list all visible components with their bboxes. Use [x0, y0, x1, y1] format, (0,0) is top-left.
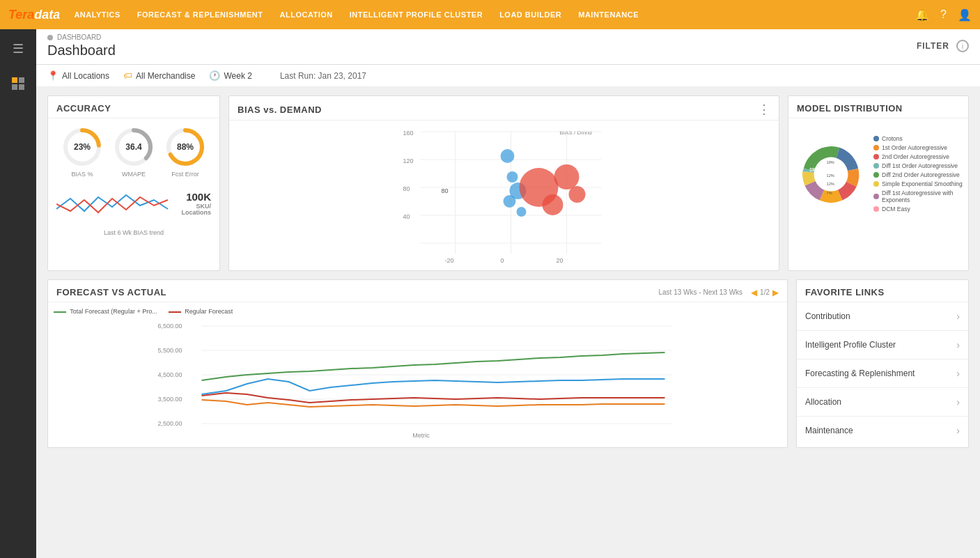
main-content: DASHBOARD Dashboard FILTER i 📍 All Locat… [36, 29, 980, 558]
clock-icon: 🕐 [209, 70, 220, 81]
favorites-list: Contribution › Intelligent Profile Clust… [797, 302, 968, 444]
legend-1st-order: 1st Order Autoregressive [873, 144, 963, 151]
sidebar-dashboard-icon[interactable] [6, 71, 31, 96]
help-icon[interactable]: ? [940, 8, 947, 22]
wmape-gauge: 36.4 WMAPE [112, 125, 155, 178]
fav-forecasting[interactable]: Forecasting & Replenishment › [797, 359, 968, 388]
forecast-legend-item-2: Regular Forecast [169, 308, 233, 315]
fcst-value: 88% [177, 142, 194, 152]
fcst-circle: 88% [164, 125, 207, 169]
legend-diff1st: Diff 1st Order Autoregressive [873, 162, 963, 169]
chevron-right-icon: › [956, 339, 960, 350]
legend-dot [873, 136, 879, 141]
legend-dcm-easy: DCM Easy [873, 206, 963, 212]
svg-text:12%: 12% [826, 182, 834, 186]
forecast-body: Total Forecast (Regular + Pro... Regular… [48, 302, 787, 447]
page-nav: ◀ 1/2 ▶ [751, 288, 779, 297]
sku-count: 100K SKU/Locations [181, 192, 211, 217]
breadcrumb-text: DASHBOARD [57, 33, 101, 41]
model-body: 18% 12% 12% 7% 39% [788, 118, 968, 231]
merchandise-label: All Merchandise [136, 71, 195, 81]
row-2: FORECAST VS ACTUAL Last 13 Wks - Next 13… [47, 279, 969, 448]
legend-2nd-order: 2nd Order Autoregressive [873, 153, 963, 160]
svg-point-32 [554, 164, 580, 189]
bias-trend-area: 100K SKU/Locations [56, 185, 211, 226]
location-label: All Locations [62, 71, 109, 81]
svg-text:18%: 18% [826, 160, 834, 164]
chevron-right-icon: › [956, 396, 960, 408]
dashboard-grid: ACCURACY 23% [36, 87, 980, 456]
legend-dot [873, 154, 879, 160]
accuracy-header: ACCURACY [48, 96, 219, 118]
svg-text:7%: 7% [826, 191, 832, 195]
svg-text:Metric: Metric [412, 432, 430, 439]
nav-icons: 🔔 ? 👤 [915, 8, 972, 22]
page-title: Dashboard [47, 42, 116, 59]
svg-text:3,500.00: 3,500.00 [158, 396, 182, 403]
trend-label: Last 6 Wk BIAS trend [56, 229, 211, 236]
bias-label: BIAS % [71, 171, 93, 178]
fav-label: Contribution [805, 311, 850, 321]
svg-text:80: 80 [403, 185, 410, 192]
user-icon[interactable]: 👤 [958, 8, 972, 22]
next-page-icon[interactable]: ▶ [772, 288, 779, 297]
svg-rect-3 [19, 84, 24, 90]
filter-area: FILTER i [917, 40, 969, 52]
fav-label: Forecasting & Replenishment [805, 369, 915, 378]
sub-header: DASHBOARD Dashboard FILTER i [36, 29, 980, 65]
legend-dot [873, 145, 879, 150]
filter-button[interactable]: FILTER [917, 41, 949, 51]
location-filter[interactable]: 📍 All Locations [47, 70, 109, 81]
svg-rect-0 [12, 77, 17, 83]
nav-allocation[interactable]: ALLOCATION [280, 10, 333, 19]
bias-menu-icon[interactable]: ⋮ [758, 103, 770, 116]
nav-maintenance[interactable]: MAINTENANCE [578, 10, 639, 19]
breadcrumb: DASHBOARD [47, 33, 116, 41]
info-icon[interactable]: i [956, 40, 969, 52]
svg-rect-1 [19, 77, 24, 83]
bias-title: BIAS vs. DEMAND [238, 104, 322, 115]
week-filter[interactable]: 🕐 Week 2 [209, 70, 251, 81]
svg-text:40: 40 [403, 213, 410, 220]
merchandise-filter[interactable]: 🏷 All Merchandise [123, 70, 195, 81]
fav-label: Maintenance [805, 426, 853, 435]
model-title: MODEL DISTRIBUTION [797, 103, 903, 114]
svg-text:4,500.00: 4,500.00 [158, 371, 182, 378]
forecast-legend-item-1: Total Forecast (Regular + Pro... [54, 308, 157, 315]
svg-point-33 [543, 194, 563, 215]
prev-page-icon[interactable]: ◀ [751, 288, 757, 297]
svg-point-27 [507, 171, 518, 183]
fav-maintenance[interactable]: Maintenance › [797, 417, 968, 444]
nav-analytics[interactable]: ANALYTICS [74, 10, 120, 19]
favorites-title: FAVORITE LINKS [805, 287, 885, 297]
bell-icon[interactable]: 🔔 [915, 8, 929, 22]
sidebar-menu-icon[interactable]: ☰ [6, 36, 31, 61]
chevron-right-icon: › [956, 368, 960, 379]
svg-text:2,500.00: 2,500.00 [158, 420, 182, 427]
forecast-range: Last 13 Wks - Next 13 Wks [659, 288, 743, 296]
legend-dot [873, 194, 879, 199]
wmape-value: 36.4 [125, 142, 141, 152]
svg-text:0: 0 [501, 257, 504, 264]
bias-body: 160 120 80 40 -20 0 20 BIAS / Dmnd [229, 121, 779, 270]
tag-icon: 🏷 [123, 70, 132, 81]
favorites-header: FAVORITE LINKS [797, 280, 968, 302]
fav-ipc[interactable]: Intelligent Profile Cluster › [797, 331, 968, 359]
svg-point-26 [501, 149, 515, 163]
accuracy-card: ACCURACY 23% [47, 95, 220, 271]
fcst-gauge: 88% Fcst Error [164, 125, 207, 178]
legend-dot [873, 172, 879, 178]
bias-value: 23% [74, 142, 91, 152]
filter-bar: 📍 All Locations 🏷 All Merchandise 🕐 Week… [36, 65, 980, 87]
svg-text:120: 120 [403, 157, 414, 164]
nav-ipc[interactable]: INTELLIGENT PROFILE CLUSTER [350, 10, 483, 19]
sku-label: SKU/Locations [181, 203, 211, 217]
fav-allocation[interactable]: Allocation › [797, 388, 968, 417]
svg-text:80: 80 [442, 187, 449, 194]
forecast-chart: 6,500.00 5,500.00 4,500.00 3,500.00 2,50… [54, 318, 781, 440]
wmape-circle: 36.4 [112, 125, 155, 169]
fav-contribution[interactable]: Contribution › [797, 302, 968, 331]
nav-load-builder[interactable]: LOAD BUILDER [499, 10, 561, 19]
accuracy-title: ACCURACY [56, 103, 111, 114]
nav-forecast[interactable]: FORECAST & REPLENISHMENT [137, 10, 263, 19]
